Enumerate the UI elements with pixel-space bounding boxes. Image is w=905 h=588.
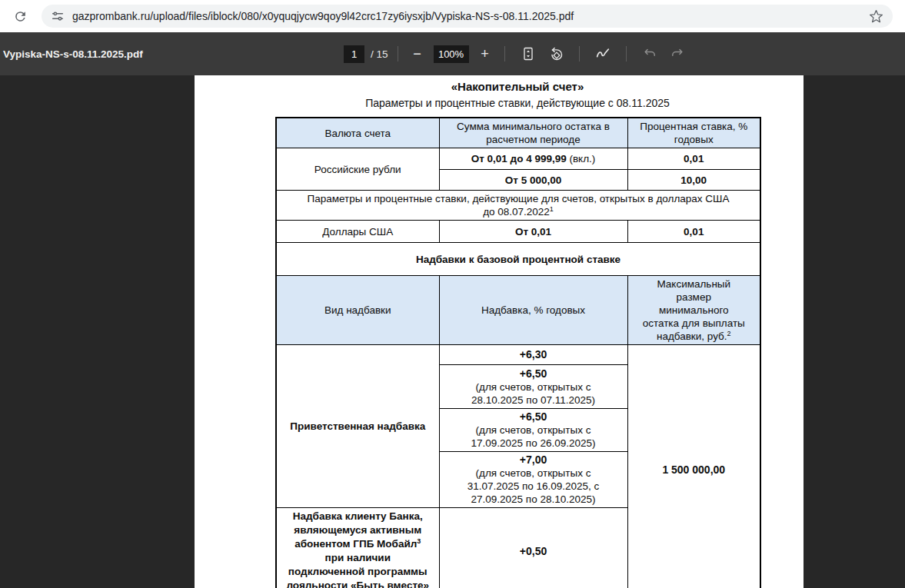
cell-max-balance-value: 1 500 000,00 xyxy=(627,345,760,588)
refresh-button[interactable] xyxy=(9,5,31,27)
zoom-out-button[interactable]: − xyxy=(408,44,428,64)
cell-usd-note: Параметры и процентные ставки, действующ… xyxy=(276,191,760,221)
table-row: Доллары США От 0,01 0,01 xyxy=(276,221,760,243)
header-min-balance: Сумма минимального остатка в расчетном п… xyxy=(439,118,627,148)
page-total-label: / 15 xyxy=(371,48,388,60)
cell-usd-amount: От 0,01 xyxy=(439,221,627,243)
pdf-toolbar: Vypiska-NS-s-08.11.2025.pdf 1 / 15 − 100… xyxy=(0,32,905,75)
site-settings-icon[interactable] xyxy=(51,9,65,23)
table-row: Российские рубли От 0,01 до 4 999,99 (вк… xyxy=(276,148,760,170)
zoom-in-button[interactable]: + xyxy=(475,44,495,64)
minus-icon: − xyxy=(413,47,421,61)
page-number-input[interactable]: 1 xyxy=(344,45,364,63)
pdf-filename: Vypiska-NS-s-08.11.2025.pdf xyxy=(3,48,143,60)
bookmark-star-icon[interactable] xyxy=(869,9,883,24)
rotate-button[interactable] xyxy=(546,44,566,64)
toolbar-divider xyxy=(504,46,505,61)
fit-to-page-icon xyxy=(521,46,536,61)
plus-icon: + xyxy=(481,47,489,61)
header-rate: Процентная ставка, % годовых xyxy=(627,118,760,148)
cell-mobile-bonus-value: +0,50 xyxy=(439,508,627,588)
rates-table: Валюта счета Сумма минимального остатка … xyxy=(275,117,761,588)
toolbar-divider xyxy=(626,46,627,61)
bonus-section-title: Надбавки к базовой процентной ставке xyxy=(276,243,760,276)
fit-to-page-button[interactable] xyxy=(518,44,538,64)
pdf-toolbar-controls: 1 / 15 − 100% + xyxy=(344,32,691,75)
redo-icon xyxy=(670,46,685,61)
url-text[interactable]: gazprombank.ru/upload/files/iblock/080/x… xyxy=(72,10,861,22)
cell-welcome-tier2: +6,50(для счетов, открытых с 28.10.2025 … xyxy=(439,365,627,409)
cell-welcome-tier4: +7,00(для счетов, открытых с 31.07.2025 … xyxy=(439,452,627,508)
header-currency: Валюта счета xyxy=(276,118,439,148)
header-bonus-type: Вид надбавки xyxy=(276,276,439,345)
footnote-3: 3 xyxy=(417,537,421,545)
cell-rub-tier2-amount: От 5 000,00 xyxy=(439,170,627,191)
document-subtitle: Параметры и процентные ставки, действующ… xyxy=(275,96,760,111)
section-header-row: Надбавки к базовой процентной ставке xyxy=(276,243,760,276)
zoom-level-value[interactable]: 100% xyxy=(434,45,469,63)
undo-button[interactable] xyxy=(640,44,660,64)
cell-welcome-bonus-name: Приветственная надбавка xyxy=(276,345,439,508)
refresh-icon xyxy=(13,9,28,24)
table-row: Параметры и процентные ставки, действующ… xyxy=(276,191,760,221)
cell-rub-tier2-rate: 10,00 xyxy=(627,170,760,191)
cell-rub-tier1-rate: 0,01 xyxy=(627,148,760,170)
document-title: «Накопительный счет» xyxy=(275,75,760,94)
header-max-balance: Максимальный размер минимального остатка… xyxy=(627,276,760,345)
table-header-row: Вид надбавки Надбавка, % годовых Максима… xyxy=(276,276,760,345)
annotate-button[interactable] xyxy=(593,44,613,64)
cell-mobile-bonus-name: Надбавка клиенту Банка, являющемуся акти… xyxy=(276,508,439,588)
rotate-counterclockwise-icon xyxy=(547,46,564,62)
footnote-1: 1 xyxy=(550,205,554,213)
cell-welcome-tier3: +6,50(для счетов, открытых с 17.09.2025 … xyxy=(439,409,627,452)
toolbar-divider xyxy=(579,46,580,61)
browser-url-bar: gazprombank.ru/upload/files/iblock/080/x… xyxy=(0,0,905,32)
cell-rub-tier1-amount: От 0,01 до 4 999,99 (вкл.) xyxy=(439,148,627,170)
pdf-viewer-scroll-area[interactable]: «Накопительный счет» Параметры и процент… xyxy=(0,75,905,588)
redo-button[interactable] xyxy=(667,44,687,64)
address-bar[interactable]: gazprombank.ru/upload/files/iblock/080/x… xyxy=(42,5,893,28)
toolbar-divider xyxy=(398,46,398,61)
cell-usd-rate: 0,01 xyxy=(627,221,760,243)
pdf-page: «Накопительный счет» Параметры и процент… xyxy=(195,75,804,588)
footnote-2: 2 xyxy=(727,330,731,337)
table-row: Приветственная надбавка +6,30 1 500 000,… xyxy=(276,345,760,365)
draw-annotation-icon xyxy=(594,45,611,62)
cell-usd-currency: Доллары США xyxy=(276,221,439,243)
undo-icon xyxy=(642,46,657,61)
table-header-row: Валюта счета Сумма минимального остатка … xyxy=(276,118,760,148)
cell-rub-currency: Российские рубли xyxy=(276,148,439,191)
header-bonus-value: Надбавка, % годовых xyxy=(439,276,627,345)
cell-welcome-tier1-value: +6,30 xyxy=(439,345,627,365)
